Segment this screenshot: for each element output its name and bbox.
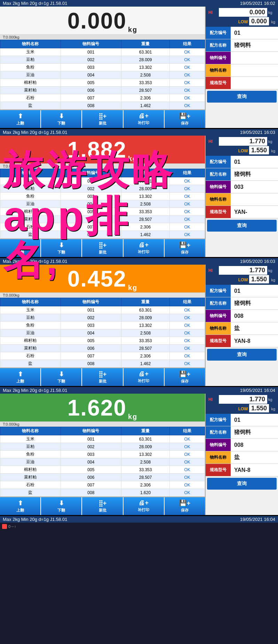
panel-4-weight-unit: kg [128, 413, 137, 420]
btn-down-1[interactable]: ⬇ 下翻 [41, 110, 82, 128]
panel-4-formula-code-row: 配方编号 01 [206, 414, 278, 426]
hi-label-1: HI [208, 10, 219, 15]
panel-2-weight-value: 1.882 [67, 137, 127, 162]
table-row: 菜籽粕00628.507OK [0, 87, 205, 94]
btn-save-3[interactable]: 💾+保存 [165, 368, 205, 386]
query-btn-4[interactable]: 查询 [207, 478, 277, 490]
btn-reprint-3[interactable]: 🖨+补打印 [124, 368, 165, 386]
btn-down-4[interactable]: ⬇下翻 [41, 497, 82, 515]
label-spec-1: 规格型号 [206, 77, 231, 89]
panel-1-weight-unit: kg [128, 26, 137, 33]
panel-2-low-row: LOW 1.550 kg [208, 146, 275, 154]
btn-down-3[interactable]: ⬇下翻 [41, 368, 82, 386]
btn-save-1[interactable]: 💾+ 保存 [165, 110, 205, 128]
table-row: 盐0081.462OK [0, 231, 205, 239]
col-header-name-2: 物料名称 [0, 169, 61, 177]
table-row: 棉籽粕00533.353OK [0, 79, 205, 87]
col-header-code: 物料编号 [61, 40, 121, 48]
btn-up-2[interactable]: ⬆上翻 [0, 239, 41, 257]
panel-1-formula-name-row: 配方名称 猪饲料 [206, 39, 278, 52]
panel-3-header: Max 2kg Min 20g d=1g J1.58.01 19/05/2020… [0, 258, 278, 265]
btn-reprint-2[interactable]: 🖨+补打印 [124, 239, 165, 257]
table-row: 鱼粉00313.302OK [0, 322, 205, 329]
panel-3-low-row: LOW 1.550 kg [208, 275, 275, 283]
status-bar: 0→↑ [0, 523, 278, 530]
panel-4-weight-value: 1.620 [67, 395, 127, 420]
panel-2-datetime: 19/05/2021 16:03 [240, 130, 275, 135]
query-btn-2[interactable]: 查询 [207, 220, 277, 232]
panel-1-weight: 0.000kg [0, 7, 205, 35]
btn-reprint-1[interactable]: 🖨+ 补打印 [124, 110, 165, 128]
btn-reprint-4[interactable]: 🖨+补打印 [124, 497, 165, 515]
btn-up-4[interactable]: ⬆上翻 [0, 497, 41, 515]
panel-1-hilow: HI 0.000 kg LOW 0.000 kg [206, 7, 278, 27]
panel-3-weight: 0.452kg [0, 265, 205, 293]
btn-new-1[interactable]: ⣿+ 新批 [82, 110, 123, 128]
panel-3-weight-value: 0.452 [67, 266, 127, 291]
low-value-2: 1.550 [249, 146, 269, 154]
panel-4-low-row: LOW 1.550 kg [208, 404, 275, 412]
panel-2-content: 1.882kg T:0.000kg 物料名称 物料编号 重量 结果 玉米0016… [0, 136, 278, 257]
col-header-result-2: 结果 [170, 169, 205, 177]
panel-2-right: HI 1.770 kg LOW 1.550 kg 配方编号 01 配方名称 猪饲… [205, 136, 278, 257]
panel-4-right: HI 1.770 kg LOW 1.550 kg 配方编号 01 配方名称 猪饲… [205, 394, 278, 515]
panel-1-hi-row: HI 0.000 kg [208, 8, 275, 17]
table-row: 豆油0042.508OK [0, 458, 205, 466]
btn-new-3[interactable]: ⣿+新批 [82, 368, 123, 386]
val-formula-code-1: 01 [231, 27, 278, 39]
btn-new-4[interactable]: ⣿+新批 [82, 497, 123, 515]
panel-2-formula-code-row: 配方编号 01 [206, 156, 278, 168]
panel-3-formula-name-row: 配方名称 猪饲料 [206, 297, 278, 310]
btn-down-2[interactable]: ⬇下翻 [41, 239, 82, 257]
label-material-name-1: 物料名称 [206, 64, 231, 77]
panel-4-material-code-row: 物料编号 008 [206, 439, 278, 451]
col-header-weight-2: 重量 [121, 169, 169, 177]
table-row: 石粉0072.306OK [0, 94, 205, 102]
panel-1-header: Max 2kg Min 20g d=1g J1.58.01 19/05/2021… [0, 0, 278, 7]
btn-new-2[interactable]: ⣿+新批 [82, 239, 123, 257]
low-label-2: LOW [238, 148, 248, 153]
table-row: 盐0081.462OK [0, 102, 205, 110]
panel-4-hilow: HI 1.770 kg LOW 1.550 kg [206, 394, 278, 414]
table-row: 棉籽粕00533.353OK [0, 466, 205, 474]
panel-2-spec-row: 规格型号 YAN- [206, 206, 278, 218]
low-unit-1: kg [271, 20, 275, 24]
panel-3-hilow: HI 1.770 kg LOW 1.550 kg [206, 265, 278, 285]
col-header-code-2: 物料编号 [61, 169, 121, 177]
panel-3-material-name-row: 物料名称 盐 [206, 322, 278, 335]
btn-up-1[interactable]: ⬆ 上翻 [0, 110, 41, 128]
panel-4-content: 1.620kg T:0.000kg 物料名称 物料编号 重量 结果 玉米0016… [0, 394, 278, 515]
btn-save-4[interactable]: 💾+保存 [165, 497, 205, 515]
panel-2-left: 1.882kg T:0.000kg 物料名称 物料编号 重量 结果 玉米0016… [0, 136, 205, 257]
panel-2-formula-name-row: 配方名称 猪饲料 [206, 168, 278, 181]
low-value-1: 0.000 [249, 17, 269, 25]
table-row: 石粉0072.306OK [0, 223, 205, 231]
panel-2-toolbar: ⬆上翻 ⬇下翻 ⣿+新批 🖨+补打印 💾+保存 [0, 239, 205, 257]
panel-1-toolbar: ⬆ 上翻 ⬇ 下翻 ⣿+ 新批 🖨+ 补打印 💾+ 保存 [0, 110, 205, 128]
table-row: 玉米00163.301OK [0, 177, 205, 185]
val-spec-1 [231, 77, 278, 89]
panel-4-tare: T:0.000kg [0, 422, 205, 427]
table-row: 豆油0042.508OK [0, 71, 205, 79]
btn-save-2[interactable]: 💾+保存 [165, 239, 205, 257]
btn-up-3[interactable]: ⬆上翻 [0, 368, 41, 386]
panel-2-header: Max 2kg Min 20g d=1g J1.58.01 19/05/2021… [0, 129, 278, 136]
panel-3: Max 2kg Min 20g d=1g J1.58.01 19/05/2020… [0, 258, 278, 387]
panel-4-hi-row: HI 1.770 kg [208, 395, 275, 404]
panel-1-formula-code-row: 配方编号 01 [206, 27, 278, 39]
panel-3-left: 0.452kg T:0.000kg 物料名称 物料编号 重量 结果 玉米0016… [0, 265, 205, 386]
panel-4-datetime: 19/05/2021 16:04 [240, 388, 275, 393]
panel-3-content: 0.452kg T:0.000kg 物料名称 物料编号 重量 结果 玉米0016… [0, 265, 278, 386]
table-row: 豆油0042.508OK [0, 329, 205, 337]
low-label-1: LOW [238, 19, 248, 24]
panel-2-table: 物料名称 物料编号 重量 结果 玉米00163.301OK豆粕00228.009… [0, 169, 205, 239]
query-btn-1[interactable]: 查询 [207, 91, 277, 103]
panel-2-material-name-row: 物料名称 [206, 193, 278, 206]
panel-3-formula-code-row: 配方编号 01 [206, 285, 278, 297]
query-btn-3[interactable]: 查询 [207, 349, 277, 361]
val-formula-name-1: 猪饲料 [231, 39, 278, 51]
status-text: 0→↑ [8, 524, 16, 529]
col-header-result: 结果 [170, 40, 205, 48]
table-row: 棉籽粕00533.353OK [0, 337, 205, 345]
panel-1-content: 0.000kg T:0.000kg 物料名称 物料编号 重量 结果 玉米0016… [0, 7, 278, 128]
